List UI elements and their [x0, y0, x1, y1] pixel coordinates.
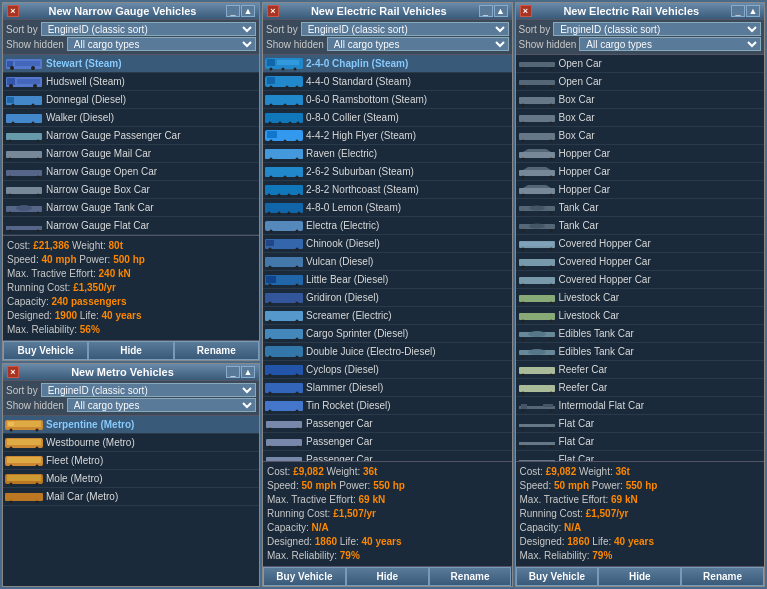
er-rename-btn[interactable]: Rename: [681, 567, 764, 586]
list-item[interactable]: Cargo Sprinter (Diesel): [263, 325, 512, 343]
er-sort-label: Sort by: [519, 24, 551, 35]
list-item[interactable]: Flat Car: [516, 451, 765, 461]
list-item[interactable]: Livestock Car: [516, 307, 765, 325]
electric-right-list[interactable]: Open Car Open Car Box Car Box Car Box Ca…: [516, 55, 765, 461]
em-sort-dropdown[interactable]: EngineID (classic sort): [301, 22, 509, 36]
list-item[interactable]: Open Car: [516, 55, 765, 73]
list-item[interactable]: Narrow Gauge Passenger Car: [3, 127, 259, 145]
list-item[interactable]: Vulcan (Diesel): [263, 253, 512, 271]
list-item[interactable]: Fleet (Metro): [3, 452, 259, 470]
narrow-gauge-shrink[interactable]: _: [226, 5, 240, 17]
metro-shrink[interactable]: _: [226, 366, 240, 378]
er-hide-btn[interactable]: Hide: [598, 567, 681, 586]
narrow-hide-btn[interactable]: Hide: [88, 341, 173, 360]
em-hide-btn[interactable]: Hide: [346, 567, 429, 586]
list-item[interactable]: Chinook (Diesel): [263, 235, 512, 253]
list-item[interactable]: Cyclops (Diesel): [263, 361, 512, 379]
list-item[interactable]: Serpentine (Metro): [3, 416, 259, 434]
list-item[interactable]: Covered Hopper Car: [516, 253, 765, 271]
narrow-vehicle-list[interactable]: Stewart (Steam) Hudswell (Steam) Donnega…: [3, 55, 259, 235]
list-item[interactable]: Mole (Metro): [3, 470, 259, 488]
electric-middle-resize[interactable]: ▲: [494, 5, 508, 17]
list-item[interactable]: Tank Car: [516, 199, 765, 217]
list-item[interactable]: Narrow Gauge Tank Car: [3, 199, 259, 217]
list-item[interactable]: 2-8-2 Northcoast (Steam): [263, 181, 512, 199]
list-item[interactable]: Mail Car (Metro): [3, 488, 259, 506]
er-cargo-dropdown[interactable]: All cargo types: [579, 37, 761, 51]
list-item[interactable]: Hudswell (Steam): [3, 73, 259, 91]
list-item[interactable]: Tank Car: [516, 217, 765, 235]
electric-middle-list[interactable]: 2-4-0 Chaplin (Steam) 4-4-0 Standard (St…: [263, 55, 512, 461]
list-item[interactable]: Gridiron (Diesel): [263, 289, 512, 307]
list-item[interactable]: Flat Car: [516, 433, 765, 451]
electric-right-shrink[interactable]: _: [731, 5, 745, 17]
list-item[interactable]: 4-4-0 Standard (Steam): [263, 73, 512, 91]
list-item[interactable]: Westbourne (Metro): [3, 434, 259, 452]
list-item[interactable]: 4-8-0 Lemon (Steam): [263, 199, 512, 217]
list-item[interactable]: Reefer Car: [516, 361, 765, 379]
svg-point-233: [549, 445, 552, 448]
list-item[interactable]: Edibles Tank Car: [516, 343, 765, 361]
list-item[interactable]: Hopper Car: [516, 163, 765, 181]
svg-point-229: [521, 427, 524, 430]
narrow-gauge-resize[interactable]: ▲: [241, 5, 255, 17]
list-item[interactable]: Stewart (Steam): [3, 55, 259, 73]
list-item[interactable]: Narrow Gauge Flat Car: [3, 217, 259, 235]
list-item[interactable]: Box Car: [516, 127, 765, 145]
em-buy-btn[interactable]: Buy Vehicle: [263, 567, 346, 586]
list-item[interactable]: Slammer (Diesel): [263, 379, 512, 397]
list-item[interactable]: Open Car: [516, 73, 765, 91]
metro-close[interactable]: ×: [7, 366, 19, 378]
list-item[interactable]: Passenger Car: [263, 433, 512, 451]
er-sort-dropdown[interactable]: EngineID (classic sort): [553, 22, 761, 36]
list-item[interactable]: Passenger Car: [263, 415, 512, 433]
er-buy-btn[interactable]: Buy Vehicle: [516, 567, 599, 586]
list-item[interactable]: Passenger Car: [263, 451, 512, 461]
list-item[interactable]: Hopper Car: [516, 181, 765, 199]
list-item[interactable]: Narrow Gauge Box Car: [3, 181, 259, 199]
list-item[interactable]: Edibles Tank Car: [516, 325, 765, 343]
list-item[interactable]: 2-4-0 Chaplin (Steam): [263, 55, 512, 73]
metro-resize[interactable]: ▲: [241, 366, 255, 378]
list-item[interactable]: Electra (Electric): [263, 217, 512, 235]
narrow-buy-btn[interactable]: Buy Vehicle: [3, 341, 88, 360]
list-item[interactable]: Livestock Car: [516, 289, 765, 307]
em-cargo-dropdown[interactable]: All cargo types: [327, 37, 509, 51]
electric-right-panel: × New Electric Rail Vehicles _ ▲ Sort by…: [515, 2, 766, 587]
electric-right-close[interactable]: ×: [520, 5, 532, 17]
list-item[interactable]: Covered Hopper Car: [516, 235, 765, 253]
list-item[interactable]: Narrow Gauge Mail Car: [3, 145, 259, 163]
vehicle-name: Vulcan (Diesel): [306, 256, 373, 267]
electric-right-resize[interactable]: ▲: [746, 5, 760, 17]
list-item[interactable]: Walker (Diesel): [3, 109, 259, 127]
electric-middle-shrink[interactable]: _: [479, 5, 493, 17]
metro-sort-dropdown[interactable]: EngineID (classic sort): [41, 383, 256, 397]
list-item[interactable]: Double Juice (Electro-Diesel): [263, 343, 512, 361]
list-item[interactable]: Hopper Car: [516, 145, 765, 163]
list-item[interactable]: Donnegal (Diesel): [3, 91, 259, 109]
metro-cargo-dropdown[interactable]: All cargo types: [67, 398, 256, 412]
narrow-cargo-dropdown[interactable]: All cargo types: [67, 37, 256, 51]
list-item[interactable]: Box Car: [516, 91, 765, 109]
list-item[interactable]: Flat Car: [516, 415, 765, 433]
svg-point-75: [269, 121, 272, 124]
list-item[interactable]: Covered Hopper Car: [516, 271, 765, 289]
narrow-rename-btn[interactable]: Rename: [174, 341, 259, 360]
list-item[interactable]: Tin Rocket (Diesel): [263, 397, 512, 415]
list-item[interactable]: Narrow Gauge Open Car: [3, 163, 259, 181]
metro-vehicle-list[interactable]: Serpentine (Metro) Westbourne (Metro) Fl…: [3, 416, 259, 586]
list-item[interactable]: Box Car: [516, 109, 765, 127]
list-item[interactable]: Reefer Car: [516, 379, 765, 397]
narrow-sort-dropdown[interactable]: EngineID (classic sort): [41, 22, 256, 36]
list-item[interactable]: Raven (Electric): [263, 145, 512, 163]
narrow-gauge-close[interactable]: ×: [7, 5, 19, 17]
list-item[interactable]: 0-8-0 Collier (Steam): [263, 109, 512, 127]
list-item[interactable]: Little Bear (Diesel): [263, 271, 512, 289]
list-item[interactable]: Screamer (Electric): [263, 307, 512, 325]
electric-middle-close[interactable]: ×: [267, 5, 279, 17]
list-item[interactable]: Intermodal Flat Car: [516, 397, 765, 415]
list-item[interactable]: 0-6-0 Ramsbottom (Steam): [263, 91, 512, 109]
list-item[interactable]: 2-6-2 Suburban (Steam): [263, 163, 512, 181]
em-rename-btn[interactable]: Rename: [429, 567, 512, 586]
list-item[interactable]: 4-4-2 High Flyer (Steam): [263, 127, 512, 145]
